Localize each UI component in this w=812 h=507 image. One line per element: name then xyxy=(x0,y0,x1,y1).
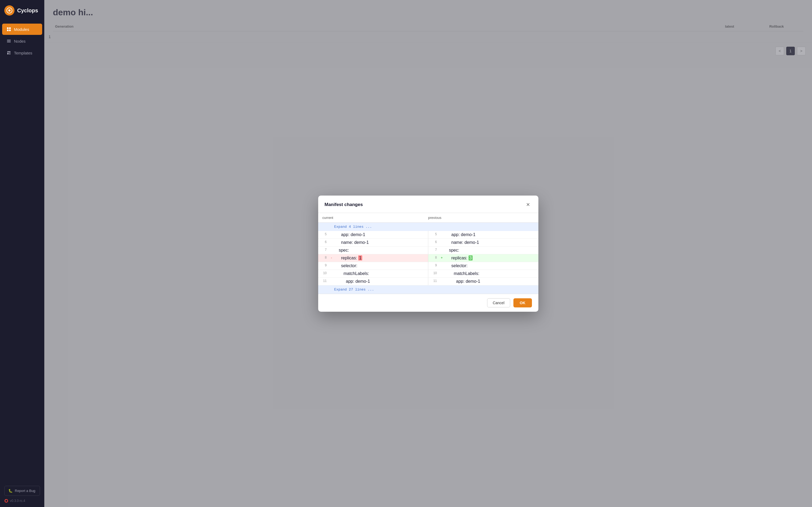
diff-current-11: 11 app: demo-1 xyxy=(318,278,428,285)
svg-rect-5 xyxy=(9,30,11,31)
diff-previous-10: 10 matchLabels: xyxy=(428,270,539,277)
added-value: 3 xyxy=(468,256,472,261)
report-bug-button[interactable]: 🐛 Report a Bug xyxy=(4,486,40,496)
sidebar-item-modules[interactable]: Modules xyxy=(2,23,42,35)
modal-dialog: Manifest changes ✕ current previous Expa… xyxy=(318,195,539,312)
diff-current-7: 7 spec: xyxy=(318,246,428,254)
github-icon: ⭕ xyxy=(4,499,8,503)
diff-header: current previous xyxy=(318,213,539,223)
diff-row-9: 9 selector: 9 selector: xyxy=(318,262,539,270)
diff-previous-label: previous xyxy=(428,216,534,220)
sidebar-footer: 🐛 Report a Bug ⭕ v0.3.0-rc.4 xyxy=(0,482,44,507)
diff-row-11: 11 app: demo-1 11 app: demo-1 xyxy=(318,278,539,285)
expand-top-button[interactable]: Expand 4 lines ... xyxy=(334,225,372,229)
diff-previous-6: 6 name: demo-1 xyxy=(428,239,539,246)
modal-body: current previous Expand 4 lines ... 5 ap… xyxy=(318,213,539,294)
svg-point-1 xyxy=(8,9,10,11)
report-bug-label: Report a Bug xyxy=(15,489,36,493)
removed-value: 1 xyxy=(358,256,362,261)
sidebar-item-templates[interactable]: Templates xyxy=(2,47,42,58)
expand-bottom-row: Expand 27 lines ... xyxy=(318,285,539,294)
sidebar-templates-label: Templates xyxy=(14,51,32,55)
svg-rect-4 xyxy=(7,30,9,31)
diff-row-8: 8 - replicas: 1 8 + replicas: 3 xyxy=(318,254,539,262)
sidebar-item-nodes[interactable]: Nodes xyxy=(2,36,42,47)
sidebar-nav: Modules Nodes Templates xyxy=(0,21,44,482)
diff-current-6: 6 name: demo-1 xyxy=(318,239,428,246)
sidebar-modules-label: Modules xyxy=(14,27,29,32)
sidebar-nodes-label: Nodes xyxy=(14,39,26,44)
modal-close-button[interactable]: ✕ xyxy=(524,201,532,209)
svg-rect-2 xyxy=(7,27,9,29)
ok-button[interactable]: OK xyxy=(513,298,532,307)
nodes-icon xyxy=(6,39,11,44)
version-info: ⭕ v0.3.0-rc.4 xyxy=(4,499,40,503)
diff-current-5: 5 app: demo-1 xyxy=(318,231,428,238)
diff-previous-5: 5 app: demo-1 xyxy=(428,231,539,238)
expand-top-left: Expand 4 lines ... xyxy=(318,223,432,231)
diff-previous-11: 11 app: demo-1 xyxy=(428,278,539,285)
modal-overlay: Manifest changes ✕ current previous Expa… xyxy=(44,0,812,507)
modal-footer: Cancel OK xyxy=(318,294,539,312)
diff-row-10: 10 matchLabels: 10 matchLabels: xyxy=(318,270,539,278)
logo-icon xyxy=(4,5,14,15)
diff-current-10: 10 matchLabels: xyxy=(318,270,428,277)
version-label: v0.3.0-rc.4 xyxy=(10,499,25,503)
diff-current-8: 8 - replicas: 1 xyxy=(318,254,428,262)
diff-previous-7: 7 spec: xyxy=(428,246,539,254)
logo-text: Cyclops xyxy=(17,7,38,14)
expand-bottom-button[interactable]: Expand 27 lines ... xyxy=(334,288,374,292)
bug-icon: 🐛 xyxy=(8,489,13,493)
diff-row-6: 6 name: demo-1 6 name: demo-1 xyxy=(318,239,539,246)
diff-row-5: 5 app: demo-1 5 app: demo-1 xyxy=(318,231,539,239)
cancel-button[interactable]: Cancel xyxy=(487,298,510,307)
diff-previous-9: 9 selector: xyxy=(428,262,539,270)
diff-row-7: 7 spec: 7 spec: xyxy=(318,246,539,254)
svg-rect-7 xyxy=(7,41,11,41)
diff-current-9: 9 selector: xyxy=(318,262,428,270)
logo-area: Cyclops xyxy=(0,0,44,21)
modal-title: Manifest changes xyxy=(325,202,363,207)
modal-header: Manifest changes ✕ xyxy=(318,195,539,213)
svg-rect-8 xyxy=(7,42,11,42)
modules-icon xyxy=(6,27,11,32)
sidebar: Cyclops Modules Nodes xyxy=(0,0,44,507)
diff-current-label: current xyxy=(322,216,428,220)
expand-bottom-left: Expand 27 lines ... xyxy=(318,285,432,294)
svg-rect-3 xyxy=(9,27,11,29)
diff-previous-8: 8 + replicas: 3 xyxy=(428,254,539,262)
expand-top-row: Expand 4 lines ... xyxy=(318,223,539,231)
templates-icon xyxy=(6,50,11,55)
svg-rect-6 xyxy=(7,40,11,40)
